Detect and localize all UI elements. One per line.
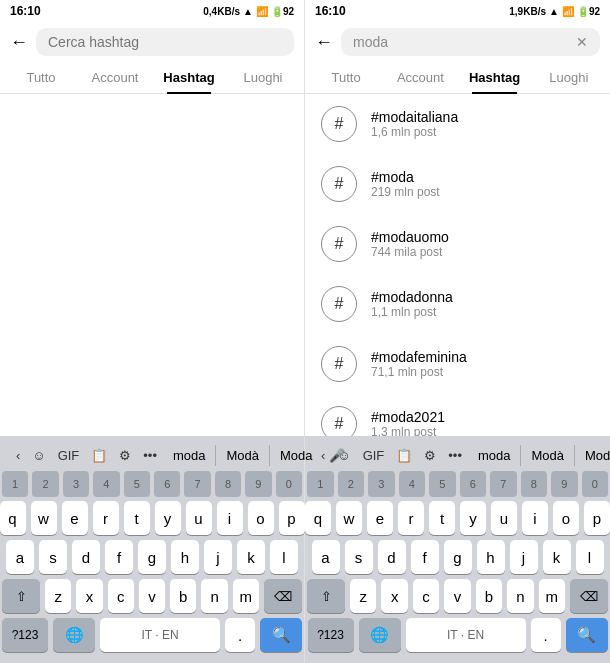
right-key-g[interactable]: g: [444, 540, 472, 574]
right-tab-luoghi[interactable]: Luoghi: [532, 62, 606, 93]
left-key-backspace[interactable]: ⌫: [264, 579, 302, 613]
right-suggestion-1[interactable]: Modà: [521, 445, 575, 466]
left-key-shift[interactable]: ⇧: [2, 579, 40, 613]
right-key-b[interactable]: b: [476, 579, 502, 613]
left-key-o[interactable]: o: [248, 501, 274, 535]
left-toolbar-settings[interactable]: ⚙: [113, 444, 137, 467]
left-key-l[interactable]: l: [270, 540, 298, 574]
right-toolbar-gif[interactable]: GIF: [357, 444, 391, 467]
right-key-search[interactable]: 🔍: [566, 618, 608, 652]
right-key-d[interactable]: d: [378, 540, 406, 574]
left-key-b[interactable]: b: [170, 579, 196, 613]
left-suggestion-2[interactable]: Moda: [270, 445, 323, 466]
right-key-q[interactable]: q: [305, 501, 331, 535]
right-toolbar-clipboard[interactable]: 📋: [390, 444, 418, 467]
right-key-e[interactable]: e: [367, 501, 393, 535]
right-key-f[interactable]: f: [411, 540, 439, 574]
right-back-button[interactable]: ←: [315, 32, 333, 53]
left-toolbar-clipboard[interactable]: 📋: [85, 444, 113, 467]
right-key-w[interactable]: w: [336, 501, 362, 535]
left-toolbar-more[interactable]: •••: [137, 444, 163, 467]
left-key-i[interactable]: i: [217, 501, 243, 535]
right-key-4[interactable]: 4: [399, 471, 426, 497]
right-key-5[interactable]: 5: [429, 471, 456, 497]
left-suggestion-0[interactable]: moda: [163, 445, 217, 466]
left-key-n[interactable]: n: [201, 579, 227, 613]
right-key-m[interactable]: m: [539, 579, 565, 613]
left-toolbar-emoji[interactable]: ☺: [26, 444, 51, 467]
left-key-4[interactable]: 4: [93, 471, 119, 497]
right-key-s[interactable]: s: [345, 540, 373, 574]
right-suggestion-2[interactable]: Moda: [575, 445, 610, 466]
left-key-globe[interactable]: 🌐: [53, 618, 95, 652]
right-key-2[interactable]: 2: [338, 471, 365, 497]
hashtag-item-2[interactable]: # #modauomo 744 mila post: [305, 214, 610, 274]
left-key-k[interactable]: k: [237, 540, 265, 574]
right-key-j[interactable]: j: [510, 540, 538, 574]
left-suggestion-1[interactable]: Modà: [216, 445, 270, 466]
left-key-a[interactable]: a: [6, 540, 34, 574]
left-back-button[interactable]: ←: [10, 32, 28, 53]
left-search-input[interactable]: [48, 34, 282, 50]
right-key-0[interactable]: 0: [582, 471, 609, 497]
right-key-7[interactable]: 7: [490, 471, 517, 497]
left-key-search[interactable]: 🔍: [260, 618, 302, 652]
right-key-a[interactable]: a: [312, 540, 340, 574]
right-key-backspace[interactable]: ⌫: [570, 579, 608, 613]
left-key-f[interactable]: f: [105, 540, 133, 574]
left-key-9[interactable]: 9: [245, 471, 271, 497]
left-key-g[interactable]: g: [138, 540, 166, 574]
left-key-3[interactable]: 3: [63, 471, 89, 497]
right-key-h[interactable]: h: [477, 540, 505, 574]
right-key-6[interactable]: 6: [460, 471, 487, 497]
right-key-9[interactable]: 9: [551, 471, 578, 497]
left-tab-account[interactable]: Account: [78, 62, 152, 93]
left-key-e[interactable]: e: [62, 501, 88, 535]
right-key-r[interactable]: r: [398, 501, 424, 535]
right-key-k[interactable]: k: [543, 540, 571, 574]
right-key-l[interactable]: l: [576, 540, 604, 574]
right-key-shift[interactable]: ⇧: [307, 579, 345, 613]
right-key-3[interactable]: 3: [368, 471, 395, 497]
right-key-globe[interactable]: 🌐: [359, 618, 401, 652]
right-key-v[interactable]: v: [444, 579, 470, 613]
left-tab-luoghi[interactable]: Luoghi: [226, 62, 300, 93]
right-key-y[interactable]: y: [460, 501, 486, 535]
left-key-d[interactable]: d: [72, 540, 100, 574]
right-toolbar-settings[interactable]: ⚙: [418, 444, 442, 467]
left-toolbar-back[interactable]: ‹: [10, 444, 26, 467]
right-key-t[interactable]: t: [429, 501, 455, 535]
right-clear-button[interactable]: ✕: [576, 34, 588, 50]
right-tab-hashtag[interactable]: Hashtag: [458, 62, 532, 93]
hashtag-item-1[interactable]: # #moda 219 mln post: [305, 154, 610, 214]
right-suggestion-0[interactable]: moda: [468, 445, 522, 466]
right-key-8[interactable]: 8: [521, 471, 548, 497]
left-key-r[interactable]: r: [93, 501, 119, 535]
right-key-dot[interactable]: .: [531, 618, 561, 652]
left-key-space[interactable]: IT · EN: [100, 618, 220, 652]
left-toolbar-mic[interactable]: 🎤: [323, 444, 351, 467]
hashtag-item-5[interactable]: # #moda2021 1,3 mln post: [305, 394, 610, 436]
left-key-y[interactable]: y: [155, 501, 181, 535]
hashtag-item-3[interactable]: # #modadonna 1,1 mln post: [305, 274, 610, 334]
right-key-numswitch[interactable]: ?123: [308, 618, 354, 652]
left-tab-hashtag[interactable]: Hashtag: [152, 62, 226, 93]
left-key-s[interactable]: s: [39, 540, 67, 574]
hashtag-item-4[interactable]: # #modafeminina 71,1 mln post: [305, 334, 610, 394]
left-key-j[interactable]: j: [204, 540, 232, 574]
left-key-v[interactable]: v: [139, 579, 165, 613]
right-search-input[interactable]: [353, 34, 576, 50]
right-tab-tutto[interactable]: Tutto: [309, 62, 383, 93]
left-key-0[interactable]: 0: [276, 471, 302, 497]
left-key-5[interactable]: 5: [124, 471, 150, 497]
right-key-z[interactable]: z: [350, 579, 376, 613]
left-key-t[interactable]: t: [124, 501, 150, 535]
right-key-x[interactable]: x: [381, 579, 407, 613]
left-key-8[interactable]: 8: [215, 471, 241, 497]
left-key-1[interactable]: 1: [2, 471, 28, 497]
right-tab-account[interactable]: Account: [383, 62, 457, 93]
right-key-1[interactable]: 1: [307, 471, 334, 497]
hashtag-item-0[interactable]: # #modaitaliana 1,6 mln post: [305, 94, 610, 154]
left-key-p[interactable]: p: [279, 501, 305, 535]
right-key-p[interactable]: p: [584, 501, 610, 535]
